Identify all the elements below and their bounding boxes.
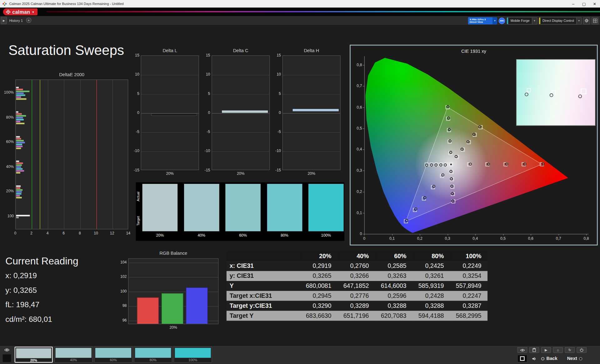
table-cell: 0,2585 [375, 261, 412, 271]
axis-tick-label: 15 [270, 53, 281, 57]
saturation-level-button[interactable]: 100% [174, 347, 212, 363]
cie-zoom-markers [517, 60, 595, 125]
axis-tick-label: 100 [0, 214, 14, 218]
axis-tick-label: 10 [128, 72, 139, 76]
tab-history[interactable]: History 1 [9, 19, 22, 22]
refresh-button[interactable]: ↻ [565, 347, 575, 353]
axis-tick-label: -5 [199, 130, 210, 134]
de-bar [16, 123, 24, 124]
gridline [64, 80, 64, 229]
swatch [95, 348, 131, 358]
pattern-display-button[interactable] [518, 355, 528, 362]
axis-tick-label: 0 [199, 111, 210, 115]
history-expand-button[interactable]: ▶ [1, 17, 7, 24]
delta-c-xlabel: 20% [212, 171, 270, 175]
sound-button[interactable] [530, 355, 539, 362]
layout-button[interactable] [592, 17, 598, 24]
gridline [212, 75, 269, 75]
add-page-button[interactable]: + [26, 17, 31, 23]
saturation-swatch [142, 184, 178, 231]
measured-point [550, 94, 553, 97]
table-cell: 0,2760 [338, 261, 375, 271]
reading-cdm2: cd/m²: 680,01 [5, 315, 52, 324]
axis-tick-label: -5 [270, 130, 281, 134]
table-cell: 0,2425 [412, 261, 450, 271]
pattern-window-tile[interactable] [2, 354, 11, 362]
tick [363, 234, 364, 234]
axis-tick-label: 10 [91, 231, 100, 235]
axis-tick-label: 8 [75, 231, 84, 235]
de-bar [16, 189, 22, 191]
eye-toggle-button[interactable] [518, 347, 528, 353]
table-cell: 0,3288 [412, 301, 450, 311]
axis-tick-label: -10 [199, 149, 210, 153]
measured-point [525, 93, 528, 96]
de-bar [16, 136, 20, 137]
de-bar [16, 92, 23, 94]
gridline [212, 132, 269, 133]
maximize-button[interactable]: ▢ [578, 0, 589, 7]
source-button[interactable]: Mobile Forge ▾ [507, 17, 537, 24]
saturation-level-button[interactable]: 20% [15, 347, 53, 363]
table-row: x: CIE310,29190,27600,25850,24250,2249 [227, 261, 488, 271]
close-button[interactable]: ✕ [589, 0, 600, 7]
delete-button[interactable] [529, 347, 539, 353]
axis-tick-label: 0 [352, 232, 362, 236]
axis-tick-label: 0,2 [352, 189, 362, 194]
x-axis [364, 234, 589, 234]
de-bar [16, 162, 23, 164]
axis-tick-label: 0,3 [352, 168, 362, 172]
chevron-down-icon[interactable]: ▾ [492, 17, 497, 24]
gridline [283, 132, 340, 133]
tick [475, 234, 476, 235]
column-header: 40% [338, 251, 375, 261]
delta-h-chart: 151050-5-10-15 [282, 56, 341, 170]
column-header: 100% [450, 251, 488, 261]
saturation-level-button[interactable]: 40% [54, 347, 92, 363]
axis-tick-label: 0 [128, 111, 139, 115]
table-row: y: CIE310,32650,32660,32630,32610,3254 [227, 271, 488, 281]
measured-point [435, 164, 437, 166]
label: 100% [174, 358, 212, 362]
preview-eye-button[interactable] [2, 347, 11, 353]
play-button[interactable]: ▶ [541, 347, 551, 353]
tick [363, 170, 364, 171]
toolbar: ▶ History 1 + X-Rite i1Pro 3 Direct View… [0, 16, 600, 26]
tick [586, 234, 587, 235]
next-button[interactable]: Next [567, 355, 582, 362]
table-row: Target Y683,6630651,7196620,7083594,4188… [227, 311, 488, 321]
chevron-down-icon[interactable]: ▾ [576, 17, 581, 24]
de-bar [16, 168, 22, 170]
back-button[interactable]: Back [541, 355, 557, 362]
threshold-line [96, 80, 97, 229]
gridline [212, 113, 269, 113]
axis-tick-label: 5 [270, 91, 281, 96]
meter-button[interactable]: X-Rite i1Pro 3 Direct View ▾ [468, 17, 497, 24]
tick [363, 192, 364, 192]
table-cell: 0,2945 [300, 291, 338, 301]
de-bar [16, 215, 30, 216]
axis-tick-label: 14 [124, 231, 133, 235]
minimize-button[interactable]: – [568, 0, 578, 7]
rgb-balance-title: RGB Balance [128, 250, 218, 256]
calman-menu-button[interactable]: calman ▾ [3, 8, 38, 15]
saturation-level-button[interactable]: 60% [94, 347, 132, 363]
home-button[interactable]: ⌂ [553, 347, 563, 353]
display-control-button[interactable]: Direct Display Control ▾ [539, 17, 582, 24]
table-row: Target x:CIE310,29450,27760,25960,24280,… [227, 291, 488, 301]
trash-icon [532, 348, 536, 352]
settings-button[interactable] [583, 17, 590, 24]
power-button[interactable] [577, 347, 587, 353]
de2000-chart-title: DeltaE 2000 [15, 72, 128, 77]
de-bar [16, 191, 22, 193]
screen-icon [520, 356, 525, 361]
table-cell: 594,4188 [412, 311, 450, 321]
de-bar [16, 193, 21, 194]
table-cell: 683,6630 [300, 311, 338, 321]
gridline [80, 80, 81, 229]
saturation-level-button[interactable]: 80% [134, 347, 172, 363]
home-icon: ⌂ [557, 348, 559, 352]
chevron-down-icon[interactable]: ▾ [532, 17, 537, 24]
de-bar [16, 166, 21, 168]
cie-chart-title: CIE 1931 xy [351, 49, 597, 54]
